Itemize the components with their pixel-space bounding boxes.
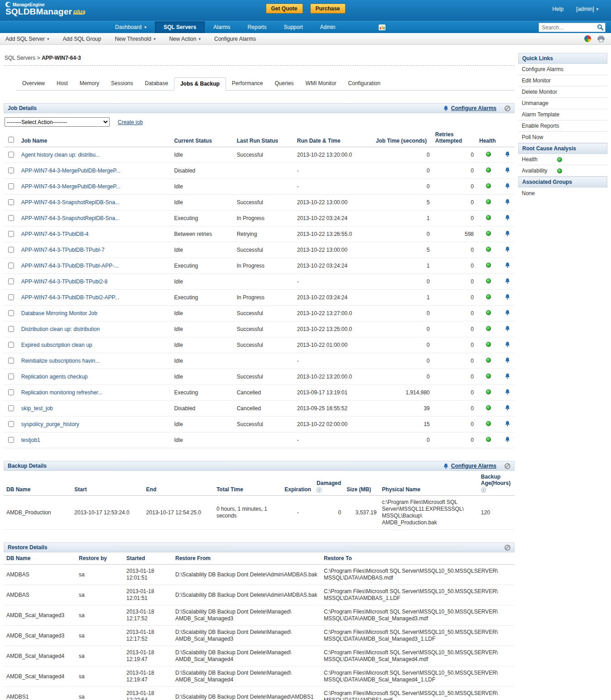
disable-section-icon[interactable] xyxy=(505,463,510,469)
row-alarm-icon[interactable] xyxy=(505,262,510,268)
job-cell-name[interactable]: Expired subscription clean up xyxy=(19,337,172,353)
job-row-checkbox[interactable] xyxy=(8,437,14,443)
quick-link-alarm-template[interactable]: Alarm Template xyxy=(518,109,607,120)
tab-host[interactable]: Host xyxy=(51,77,74,90)
nav-item-dashboard[interactable]: Dashboard▾ xyxy=(106,21,155,33)
row-alarm-icon[interactable] xyxy=(505,421,510,427)
job-cell-name[interactable]: Replication agents checkup xyxy=(19,369,172,385)
job-row-checkbox[interactable] xyxy=(8,183,14,189)
toolbar-add-sql-server[interactable]: Add SQL Server▾ xyxy=(5,36,49,42)
admin-menu[interactable]: [admin] ▾ xyxy=(576,6,598,12)
job-cell-name[interactable]: APP-WIN7-64-3-SnapshotReplDB-Sna... xyxy=(19,195,172,211)
job-row-checkbox[interactable] xyxy=(8,342,14,348)
toolbar-configure-alarms[interactable]: Configure Alarms xyxy=(214,36,256,42)
row-alarm-icon[interactable] xyxy=(505,341,510,347)
print-icon[interactable] xyxy=(597,36,605,42)
row-alarm-icon[interactable] xyxy=(505,199,510,205)
job-cell-name[interactable]: testjob1 xyxy=(19,432,172,448)
select-action-dropdown[interactable]: --------Select Action-------- xyxy=(5,117,110,127)
row-alarm-icon[interactable] xyxy=(505,151,510,157)
job-row-checkbox[interactable] xyxy=(8,374,14,379)
job-row-checkbox[interactable] xyxy=(8,231,14,237)
job-row-checkbox[interactable] xyxy=(8,310,14,316)
row-alarm-icon[interactable] xyxy=(505,389,510,395)
row-alarm-icon[interactable] xyxy=(505,246,510,252)
job-row-checkbox[interactable] xyxy=(8,326,14,332)
quick-link-poll-now[interactable]: Poll Now xyxy=(518,132,607,143)
job-cell-name[interactable]: APP-WIN7-64-3-TPublDB-TPubl2-8 xyxy=(19,274,172,290)
job-cell-name[interactable]: Replication monitoring refresher... xyxy=(19,385,172,401)
job-row-checkbox[interactable] xyxy=(8,421,14,427)
root-cause-health[interactable]: Health xyxy=(518,154,607,165)
disable-section-icon[interactable] xyxy=(505,545,510,551)
quick-link-enable-reports[interactable]: Enable Reports xyxy=(518,120,607,132)
root-cause-availability[interactable]: Availability xyxy=(518,165,607,177)
nav-item-reports[interactable]: Reports xyxy=(239,21,275,33)
job-cell-name[interactable]: Database Mirroring Monitor Job xyxy=(19,306,172,321)
configure-alarms-link-backup[interactable]: Configure Alarms xyxy=(451,463,496,469)
search-icon[interactable] xyxy=(595,23,605,32)
nav-chart-icon[interactable] xyxy=(379,24,385,32)
select-all-checkbox[interactable] xyxy=(8,137,14,143)
row-alarm-icon[interactable] xyxy=(505,310,510,316)
tab-database[interactable]: Database xyxy=(139,77,174,90)
job-cell-name[interactable]: APP-WIN7-64-3-TPublDB-TPubl2-APP... xyxy=(19,290,172,306)
row-alarm-icon[interactable] xyxy=(505,215,510,221)
job-cell-name[interactable]: APP-WIN7-64-3-TPublDB-TPubl-APP-... xyxy=(19,258,172,274)
nav-item-sql-servers[interactable]: SQL Servers xyxy=(155,21,205,33)
row-alarm-icon[interactable] xyxy=(505,436,510,442)
row-alarm-icon[interactable] xyxy=(505,405,510,411)
tab-memory[interactable]: Memory xyxy=(74,77,105,90)
toolbar-new-action[interactable]: New Action▾ xyxy=(169,36,201,42)
tab-performance[interactable]: Performance xyxy=(226,77,269,90)
tab-jobs-backup[interactable]: Jobs & Backup xyxy=(174,77,226,91)
job-row-checkbox[interactable] xyxy=(8,389,14,395)
row-alarm-icon[interactable] xyxy=(505,326,510,331)
tab-wmi-monitor[interactable]: WMI Monitor xyxy=(300,77,342,90)
quick-link-edit-monitor[interactable]: Edit Monitor xyxy=(518,75,607,86)
job-row-checkbox[interactable] xyxy=(8,278,14,284)
tab-overview[interactable]: Overview xyxy=(16,77,51,90)
create-job-link[interactable]: Create job xyxy=(118,119,143,125)
job-cell-name[interactable]: APP-WIN7-64-3-TPublDB-TPubl-7 xyxy=(19,242,172,258)
job-cell-name[interactable]: Agent history clean up: distribu... xyxy=(19,147,172,163)
tab-sessions[interactable]: Sessions xyxy=(105,77,139,90)
nav-item-admin[interactable]: Admin xyxy=(311,21,344,33)
row-alarm-icon[interactable] xyxy=(505,278,510,284)
job-row-checkbox[interactable] xyxy=(8,215,14,221)
row-alarm-icon[interactable] xyxy=(505,183,510,189)
toolbar-new-threshold[interactable]: New Threshold▾ xyxy=(115,36,155,42)
job-row-checkbox[interactable] xyxy=(8,358,14,364)
job-row-checkbox[interactable] xyxy=(8,294,14,300)
tab-configuration[interactable]: Configuration xyxy=(342,77,386,90)
job-row-checkbox[interactable] xyxy=(8,199,14,205)
job-row-checkbox[interactable] xyxy=(8,405,14,411)
quick-link-unmanage[interactable]: Unmanage xyxy=(518,98,607,109)
job-row-checkbox[interactable] xyxy=(8,247,14,253)
breadcrumb-root[interactable]: SQL Servers xyxy=(5,55,35,61)
job-cell-name[interactable]: APP-WIN7-64-3-SnapshotReplDB-Sna... xyxy=(19,211,172,226)
purchase-button[interactable]: Purchase xyxy=(310,4,345,14)
search-input[interactable] xyxy=(539,24,595,31)
configure-alarms-link-jobs[interactable]: Configure Alarms xyxy=(451,105,496,111)
quick-link-delete-monitor[interactable]: Delete Monitor xyxy=(518,86,607,98)
row-alarm-icon[interactable] xyxy=(505,167,510,173)
job-cell-name[interactable]: APP-WIN7-64-3-MergePublDB-MergeP... xyxy=(19,179,172,195)
get-quote-button[interactable]: Get Quote xyxy=(265,4,303,14)
toolbar-add-sql-group[interactable]: Add SQL Group xyxy=(63,36,101,42)
pie-chart-icon[interactable] xyxy=(584,35,591,42)
nav-item-support[interactable]: Support xyxy=(275,21,311,33)
job-cell-name[interactable]: syspolicy_purge_history xyxy=(19,417,172,432)
row-alarm-icon[interactable] xyxy=(505,230,510,236)
quick-link-configure-alarms[interactable]: Configure Alarms xyxy=(518,64,607,75)
job-row-checkbox[interactable] xyxy=(8,263,14,268)
tab-queries[interactable]: Queries xyxy=(269,77,300,90)
job-row-checkbox[interactable] xyxy=(8,152,14,158)
row-alarm-icon[interactable] xyxy=(505,357,510,363)
help-link[interactable]: Help xyxy=(552,6,563,12)
job-cell-name[interactable]: APP-WIN7-64-3-MergePublDB-MergeP... xyxy=(19,163,172,179)
nav-item-alarms[interactable]: Alarms xyxy=(205,21,239,33)
row-alarm-icon[interactable] xyxy=(505,294,510,300)
row-alarm-icon[interactable] xyxy=(505,373,510,379)
job-cell-name[interactable]: skip_test_job xyxy=(19,401,172,417)
